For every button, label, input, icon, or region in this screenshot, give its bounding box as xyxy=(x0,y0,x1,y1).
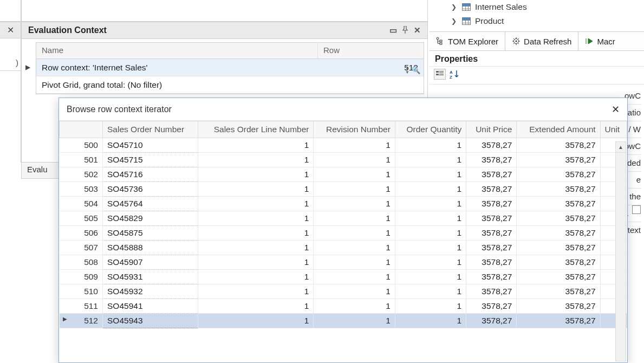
cell-sales-order: SO45715 xyxy=(103,153,198,167)
table-row[interactable]: 502SO457161113578,273578,27 xyxy=(60,167,627,182)
column-header[interactable]: Order Quantity xyxy=(395,121,466,138)
tab-evaluation[interactable]: Evalu xyxy=(22,163,53,178)
table-row[interactable]: 512SO459431113578,273578,27 xyxy=(60,314,627,328)
categorized-icon[interactable] xyxy=(434,69,446,80)
row-number: 511 xyxy=(60,299,103,314)
svg-rect-6 xyxy=(439,71,444,72)
cell-line-number: 1 xyxy=(198,255,314,270)
svg-rect-1 xyxy=(440,40,442,42)
close-icon[interactable]: ✕ xyxy=(612,103,620,115)
cell-sales-order: SO45710 xyxy=(103,138,198,153)
cell-sales-order: SO45764 xyxy=(103,197,198,211)
data-refresh-button[interactable]: Data Refresh xyxy=(505,32,578,50)
svg-text:A: A xyxy=(450,70,453,75)
gear-icon xyxy=(512,37,521,46)
table-row[interactable]: 510SO459321113578,273578,27 xyxy=(60,284,627,299)
cell-quantity: 1 xyxy=(395,167,466,182)
cell-revision: 1 xyxy=(314,226,395,241)
eval-context-row[interactable]: Pivot Grid, grand total: (No filter) xyxy=(36,76,424,94)
vertical-scrollbar[interactable]: ▲ xyxy=(615,141,626,361)
cell-unit-price: 3578,27 xyxy=(466,153,517,167)
right-toolbar: TOM Explorer Data Refresh Macr xyxy=(430,31,644,51)
table-row[interactable]: 506SO458751113578,273578,27 xyxy=(60,226,627,241)
sort-az-icon[interactable]: AZ xyxy=(449,69,461,80)
checkbox[interactable] xyxy=(632,205,641,214)
eval-row-value[interactable]: 512▲▼🔍 xyxy=(318,63,424,73)
row-number: 502 xyxy=(60,167,103,182)
row-number: 505 xyxy=(60,211,103,226)
table-row[interactable]: 503SO457361113578,273578,27 xyxy=(60,182,627,197)
row-number: 509 xyxy=(60,270,103,284)
column-header-name[interactable]: Name xyxy=(36,43,318,59)
scroll-up-icon[interactable]: ▲ xyxy=(616,142,626,153)
cell-line-number: 1 xyxy=(198,284,314,299)
eval-row-name: Row context: 'Internet Sales' xyxy=(36,63,318,73)
macro-button[interactable]: Macr xyxy=(578,32,621,50)
row-number: 500 xyxy=(60,138,103,153)
cell-unit-price: 3578,27 xyxy=(466,226,517,241)
column-header[interactable]: Extended Amount xyxy=(517,121,600,138)
table-row[interactable]: 511SO459411113578,273578,27 xyxy=(60,299,627,314)
table-row[interactable]: 504SO457641113578,273578,27 xyxy=(60,197,627,211)
column-header[interactable]: Sales Order Line Number xyxy=(198,121,314,138)
cell-extended: 3578,27 xyxy=(517,138,600,153)
cell-revision: 1 xyxy=(314,314,395,328)
column-header[interactable] xyxy=(60,121,103,138)
model-tree: ❯ Internet Sales ❯ Product xyxy=(430,0,644,31)
modal-title: Browse row context iterator xyxy=(67,105,172,114)
search-icon[interactable]: 🔍 xyxy=(412,66,420,74)
cell-extended: 3578,27 xyxy=(517,299,600,314)
cell-unit-price: 3578,27 xyxy=(466,197,517,211)
table-row[interactable]: 508SO459071113578,273578,27 xyxy=(60,255,627,270)
column-header-row[interactable]: Row xyxy=(318,43,424,59)
table-row[interactable]: 501SO457151113578,273578,27 xyxy=(60,153,627,167)
svg-point-4 xyxy=(516,41,517,42)
cell-quantity: 1 xyxy=(395,211,466,226)
left-stub-header: ✕ xyxy=(0,22,21,38)
evaluation-context-header: Evaluation Context ▭ ✕ xyxy=(22,22,427,39)
cell-sales-order: SO45931 xyxy=(103,270,198,284)
properties-toolbar: AZ xyxy=(430,67,644,85)
chevron-right-icon[interactable]: ❯ xyxy=(451,14,458,28)
column-header[interactable]: Sales Order Number xyxy=(103,121,198,138)
expand-icon[interactable]: ▶ xyxy=(25,63,30,71)
svg-rect-2 xyxy=(440,43,442,44)
column-header[interactable]: Unit xyxy=(600,121,627,138)
close-icon[interactable]: ✕ xyxy=(411,25,423,35)
pin-icon[interactable] xyxy=(399,26,411,35)
cell-quantity: 1 xyxy=(395,226,466,241)
cell-line-number: 1 xyxy=(198,226,314,241)
spinner-icon[interactable]: ▲▼ xyxy=(403,66,409,75)
cell-quantity: 1 xyxy=(395,138,466,153)
cell-line-number: 1 xyxy=(198,197,314,211)
tree-item-label: Internet Sales xyxy=(475,0,527,14)
cell-unit-price: 3578,27 xyxy=(466,284,517,299)
iterator-grid: Sales Order NumberSales Order Line Numbe… xyxy=(59,121,627,362)
tom-explorer-button[interactable]: TOM Explorer xyxy=(430,32,505,50)
column-header[interactable]: Revision Number xyxy=(314,121,395,138)
cell-line-number: 1 xyxy=(198,270,314,284)
close-icon[interactable]: ✕ xyxy=(7,25,14,35)
table-row[interactable]: 505SO458291113578,273578,27 xyxy=(60,211,627,226)
tree-item-internet-sales[interactable]: ❯ Internet Sales xyxy=(451,0,644,14)
cell-revision: 1 xyxy=(314,153,395,167)
tree-item-product[interactable]: ❯ Product xyxy=(451,14,644,28)
top-blank-area xyxy=(21,0,428,22)
chevron-right-icon[interactable]: ❯ xyxy=(451,0,458,14)
cell-sales-order: SO45941 xyxy=(103,299,198,314)
cell-quantity: 1 xyxy=(395,284,466,299)
cell-sales-order: SO45907 xyxy=(103,255,198,270)
cell-quantity: 1 xyxy=(395,153,466,167)
table-row[interactable]: 507SO458881113578,273578,27 xyxy=(60,241,627,255)
modal-header: Browse row context iterator ✕ xyxy=(59,98,627,121)
browse-iterator-modal: Browse row context iterator ✕ Sales Orde… xyxy=(58,98,628,363)
maximize-icon[interactable]: ▭ xyxy=(387,25,399,35)
eval-context-row[interactable]: ▶Row context: 'Internet Sales'512▲▼🔍 xyxy=(36,59,424,76)
svg-rect-9 xyxy=(439,74,444,74)
cell-revision: 1 xyxy=(314,138,395,153)
table-row[interactable]: 509SO459311113578,273578,27 xyxy=(60,270,627,284)
table-row[interactable]: 500SO457101113578,273578,27 xyxy=(60,138,627,153)
column-header[interactable]: Unit Price xyxy=(466,121,517,138)
svg-text:Z: Z xyxy=(450,75,452,79)
cell-unit-price: 3578,27 xyxy=(466,255,517,270)
